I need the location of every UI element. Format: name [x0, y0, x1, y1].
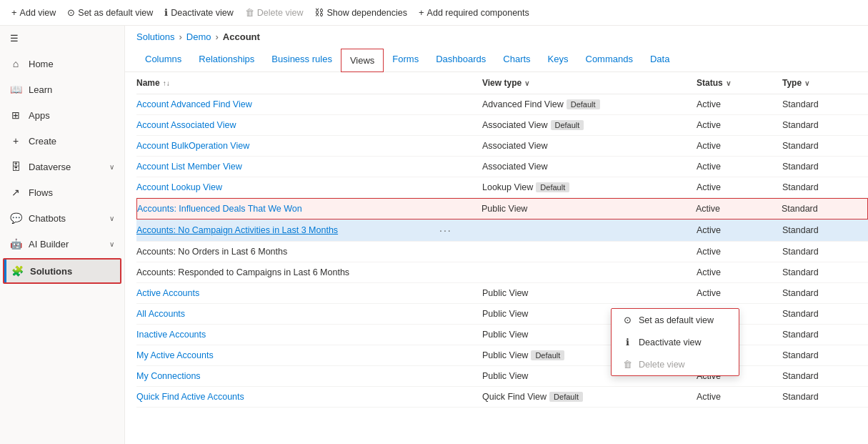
cell-name[interactable]: Account Lookup View	[136, 182, 439, 192]
hamburger-button[interactable]: ☰	[0, 26, 124, 51]
tab-relationships[interactable]: Relationships	[190, 48, 263, 71]
table-row[interactable]: All Accounts Public View Active Standard	[136, 304, 868, 325]
info-icon: ℹ	[164, 7, 168, 18]
create-icon: +	[10, 135, 21, 147]
table-row[interactable]: Account Advanced Find View Advanced Find…	[136, 94, 868, 115]
context-default-icon: ⊙	[622, 315, 633, 325]
cell-status: Active	[697, 392, 782, 402]
table-body: Account Advanced Find View Advanced Find…	[136, 94, 868, 408]
sidebar-item-create[interactable]: + Create	[0, 128, 124, 154]
breadcrumb-demo[interactable]: Demo	[186, 31, 211, 42]
cell-type: Standard	[782, 141, 868, 151]
th-status[interactable]: Status ∨	[697, 78, 782, 88]
context-delete-icon: 🗑	[622, 359, 633, 370]
context-set-default[interactable]: ⊙ Set as default view	[612, 309, 739, 331]
apps-icon: ⊞	[10, 109, 21, 121]
th-view-type[interactable]: View type ∨	[482, 78, 697, 88]
cell-type: Standard	[782, 120, 868, 130]
table-row[interactable]: Active Accounts Public View Active Stand…	[136, 283, 868, 304]
add-view-button[interactable]: + Add view	[11, 7, 56, 18]
table-row[interactable]: Account List Member View Associated View…	[136, 157, 868, 177]
cell-name[interactable]: Account Advanced Find View	[136, 99, 439, 109]
sidebar-item-ai-builder[interactable]: 🤖 AI Builder ∨	[0, 231, 124, 257]
table-row[interactable]: Account Lookup View Lookup ViewDefault A…	[136, 177, 868, 198]
table-row[interactable]: Inactive Accounts Public View Active Sta…	[136, 325, 868, 345]
tab-business-rules[interactable]: Business rules	[263, 48, 341, 71]
cell-view-type: Advanced Find ViewDefault	[482, 99, 697, 109]
context-deactivate[interactable]: ℹ Deactivate view	[612, 331, 739, 353]
cell-view-type: Associated ViewDefault	[482, 120, 697, 130]
tab-dashboards[interactable]: Dashboards	[427, 48, 494, 71]
table-row[interactable]: Accounts: No Orders in Last 6 Months Act…	[136, 242, 868, 262]
cell-name[interactable]: My Connections	[136, 371, 439, 381]
cell-name[interactable]: Account List Member View	[136, 162, 439, 172]
sidebar-item-learn[interactable]: 📖 Learn	[0, 77, 124, 102]
cell-name[interactable]: Active Accounts	[136, 288, 439, 298]
sidebar-item-dataverse[interactable]: 🗄 Dataverse ∨	[0, 154, 124, 179]
table-row[interactable]: Accounts: Responded to Campaigns in Last…	[136, 262, 868, 283]
default-icon: ⊙	[67, 7, 75, 18]
cell-name[interactable]: Account Associated View	[136, 120, 439, 130]
tab-keys[interactable]: Keys	[539, 48, 577, 71]
table-row[interactable]: Account Associated View Associated ViewD…	[136, 115, 868, 136]
dataverse-icon: 🗄	[10, 161, 21, 172]
add-required-button[interactable]: + Add required components	[419, 7, 529, 18]
breadcrumb-current: Account	[223, 31, 260, 42]
sidebar: ☰ ⌂ Home 📖 Learn ⊞ Apps + Create 🗄 Datav…	[0, 26, 125, 444]
ai-builder-icon: 🤖	[10, 238, 21, 250]
th-dots	[439, 78, 482, 88]
sidebar-item-flows[interactable]: ↗ Flows	[0, 179, 124, 205]
sort-asc-icon: ↑↓	[163, 79, 170, 87]
breadcrumb: Solutions › Demo › Account	[125, 26, 868, 48]
table-row[interactable]: Quick Find Active Accounts Quick Find Vi…	[136, 387, 868, 408]
set-default-view-button[interactable]: ⊙ Set as default view	[67, 7, 153, 18]
cell-view-type: Quick Find ViewDefault	[482, 392, 697, 402]
table-row[interactable]: Accounts: No Campaign Activities in Last…	[136, 219, 868, 242]
tab-columns[interactable]: Columns	[136, 48, 190, 71]
context-delete[interactable]: 🗑 Delete view	[612, 353, 739, 375]
cell-name: Accounts: No Orders in Last 6 Months	[136, 247, 439, 257]
sidebar-item-home[interactable]: ⌂ Home	[0, 51, 124, 77]
sort-icon-typecol: ∨	[804, 79, 809, 87]
show-dependencies-button[interactable]: ⛓ Show dependencies	[314, 7, 407, 18]
cell-status: Active	[697, 182, 782, 192]
cell-type: Standard	[782, 247, 868, 257]
sidebar-item-apps[interactable]: ⊞ Apps	[0, 102, 124, 128]
th-name[interactable]: Name ↑↓	[136, 78, 439, 88]
context-menu: ⊙ Set as default view ℹ Deactivate view …	[611, 308, 739, 376]
cell-name[interactable]: Accounts: Influenced Deals That We Won	[137, 204, 439, 214]
cell-name[interactable]: My Active Accounts	[136, 350, 439, 360]
cell-type: Standard	[782, 309, 868, 319]
chain-icon: ⛓	[314, 7, 324, 18]
table-row[interactable]: Accounts: Influenced Deals That We Won P…	[136, 198, 868, 219]
cell-type: Standard	[782, 162, 868, 172]
cell-name[interactable]: Quick Find Active Accounts	[136, 392, 439, 402]
cell-name[interactable]: All Accounts	[136, 309, 439, 319]
breadcrumb-solutions[interactable]: Solutions	[136, 31, 174, 42]
tab-views[interactable]: Views	[341, 49, 384, 72]
content-area: Solutions › Demo › Account Columns Relat…	[125, 26, 868, 444]
cell-name[interactable]: Account BulkOperation View	[136, 141, 439, 151]
table-row[interactable]: Account BulkOperation View Associated Vi…	[136, 136, 868, 157]
cell-name[interactable]: Accounts: No Campaign Activities in Last…	[136, 225, 439, 235]
tab-charts[interactable]: Charts	[494, 48, 539, 71]
th-type[interactable]: Type ∨	[782, 78, 868, 88]
cell-dots[interactable]: ···	[439, 225, 482, 236]
tab-commands[interactable]: Commands	[577, 48, 642, 71]
delete-view-button[interactable]: 🗑 Delete view	[245, 7, 304, 18]
sidebar-item-solutions[interactable]: 🧩 Solutions	[3, 258, 121, 284]
cell-status: Active	[697, 120, 782, 130]
sort-icon-type: ∨	[524, 79, 529, 87]
cell-name[interactable]: Inactive Accounts	[136, 330, 439, 340]
sidebar-item-chatbots[interactable]: 💬 Chatbots ∨	[0, 205, 124, 231]
delete-icon: 🗑	[245, 7, 254, 18]
breadcrumb-sep-1: ›	[179, 31, 181, 42]
deactivate-view-button[interactable]: ℹ Deactivate view	[164, 7, 234, 18]
table-row[interactable]: My Active Accounts Public ViewDefault Ac…	[136, 345, 868, 366]
tabs-bar: Columns Relationships Business rules Vie…	[125, 48, 868, 72]
cell-view-type: Public View	[482, 288, 697, 298]
tab-forms[interactable]: Forms	[384, 48, 427, 71]
table-row[interactable]: My Connections Public View Active Standa…	[136, 366, 868, 387]
tab-data[interactable]: Data	[642, 48, 678, 71]
chevron-down-icon-2: ∨	[109, 214, 114, 222]
